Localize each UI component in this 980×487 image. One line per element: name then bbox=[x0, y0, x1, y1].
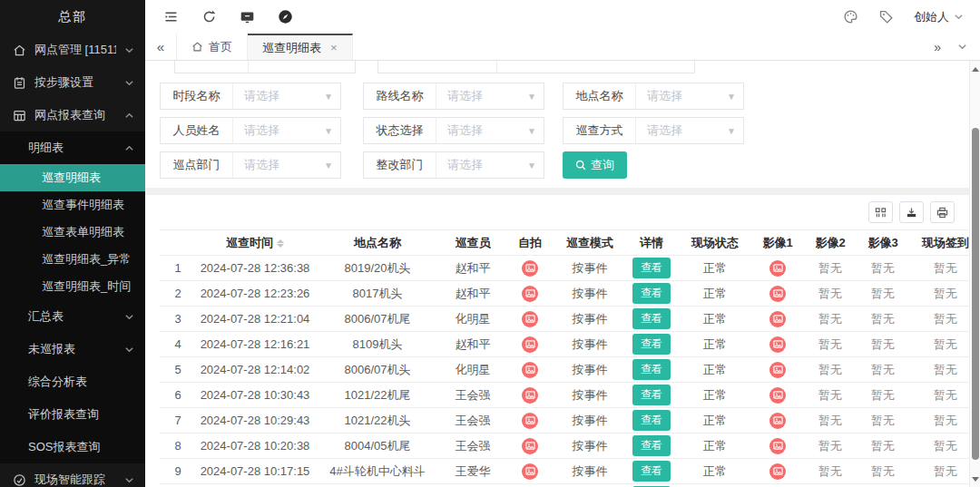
filter-route-name[interactable]: 路线名称 请选择▼ bbox=[363, 83, 544, 110]
cell-image3: 暂无 bbox=[857, 357, 909, 383]
tag-icon[interactable] bbox=[878, 9, 894, 24]
cell-mode: 按事件 bbox=[555, 484, 624, 487]
view-detail-button[interactable]: 查看 bbox=[632, 435, 671, 456]
cell-detail: 查看 bbox=[624, 357, 679, 383]
submenu-item[interactable]: 巡查表单明细表 bbox=[0, 219, 145, 246]
screen-share-icon[interactable] bbox=[240, 9, 255, 24]
submenu-item[interactable]: 巡查明细表 bbox=[0, 164, 145, 191]
table-header-cell[interactable]: 巡查时间 bbox=[196, 230, 314, 256]
image1-photo-badge[interactable] bbox=[769, 387, 786, 404]
view-detail-button[interactable]: 查看 bbox=[632, 410, 671, 431]
view-detail-button[interactable]: 查看 bbox=[632, 308, 671, 329]
selfie-photo-badge[interactable] bbox=[522, 286, 538, 302]
sidebar-item-report-query[interactable]: 网点报表查询 bbox=[0, 99, 145, 131]
cell-location: 8004/05机头 bbox=[314, 484, 441, 487]
submenu-item[interactable]: 巡查事件明细表 bbox=[0, 191, 145, 219]
photo-icon bbox=[773, 314, 783, 324]
export-icon bbox=[906, 207, 917, 219]
view-detail-button[interactable]: 查看 bbox=[632, 385, 671, 405]
cell-location: 8019/20机头 bbox=[314, 256, 441, 281]
image1-photo-badge[interactable] bbox=[769, 336, 786, 353]
filter-location-name[interactable]: 地点名称 请选择▼ bbox=[563, 83, 744, 110]
selfie-photo-badge[interactable] bbox=[522, 387, 538, 404]
sidebar-item-step-settings[interactable]: 按步骤设置 bbox=[0, 66, 145, 99]
selfie-photo-badge[interactable] bbox=[522, 311, 538, 327]
sidebar-item-evaluation-report-query[interactable]: 评价报表查询 bbox=[0, 398, 145, 431]
cell-index: 4 bbox=[160, 332, 196, 357]
scroll-up-icon[interactable] bbox=[970, 63, 980, 75]
cell-image1 bbox=[751, 281, 804, 307]
tabs-scroll-left-icon[interactable]: « bbox=[145, 34, 176, 60]
view-detail-button[interactable]: 查看 bbox=[632, 334, 671, 355]
cell-time: 2024-07-28 12:23:26 bbox=[196, 281, 314, 307]
view-detail-button[interactable]: 查看 bbox=[632, 461, 671, 482]
scroll-down-icon[interactable] bbox=[970, 472, 980, 485]
cell-status: 正常 bbox=[679, 433, 751, 459]
image1-photo-badge[interactable] bbox=[769, 413, 786, 429]
cell-index: 2 bbox=[160, 281, 196, 307]
sidebar-group-summary-tables[interactable]: 汇总表 bbox=[0, 300, 145, 333]
cell-mode: 按事件 bbox=[555, 357, 624, 383]
image1-photo-badge[interactable] bbox=[769, 463, 786, 480]
sidebar-group-detail-tables[interactable]: 明细表 bbox=[0, 131, 145, 164]
cell-time: 2024-07-28 10:30:43 bbox=[196, 383, 314, 408]
filter-row: 时段名称 请选择▼ 路线名称 请选择▼ 地点名称 请选择▼ bbox=[160, 83, 969, 110]
vertical-scrollbar[interactable] bbox=[969, 61, 980, 487]
table-header-cell: 巡查员 bbox=[441, 230, 505, 256]
theme-palette-icon[interactable] bbox=[843, 9, 858, 24]
submenu-item[interactable]: 巡查明细表_异常 bbox=[0, 246, 145, 273]
submenu-item[interactable]: 巡查明细表_时间 bbox=[0, 273, 145, 300]
filter-period-name[interactable]: 时段名称 请选择▼ bbox=[160, 83, 341, 110]
photo-icon bbox=[773, 339, 783, 349]
caret-down-icon: ▼ bbox=[527, 161, 536, 170]
view-detail-button[interactable]: 查看 bbox=[632, 258, 671, 278]
cell-location: 8006/07机尾 bbox=[314, 307, 441, 332]
sort-icon[interactable] bbox=[277, 239, 284, 248]
tab-options-chevron-icon[interactable] bbox=[957, 42, 967, 52]
selfie-photo-badge[interactable] bbox=[522, 413, 538, 429]
cell-detail: 查看 bbox=[624, 256, 679, 281]
column-settings-button[interactable] bbox=[868, 201, 893, 223]
view-detail-button[interactable]: 查看 bbox=[632, 283, 671, 304]
selfie-photo-badge[interactable] bbox=[522, 463, 538, 480]
image1-photo-badge[interactable] bbox=[769, 438, 786, 454]
sidebar-group-unpatrolled-reports[interactable]: 未巡报表 bbox=[0, 333, 145, 365]
tab-patrol-detail[interactable]: 巡查明细表 × bbox=[248, 34, 353, 60]
image1-photo-badge[interactable] bbox=[769, 311, 786, 327]
filter-point-department[interactable]: 巡点部门 请选择▼ bbox=[160, 151, 341, 179]
tabs-scroll-right-icon[interactable]: » bbox=[934, 40, 941, 54]
sidebar-item-smart-tracking[interactable]: 现场智能跟踪 bbox=[0, 463, 145, 487]
compass-icon[interactable] bbox=[278, 9, 293, 24]
search-button[interactable]: 查询 bbox=[563, 151, 627, 179]
filter-rectify-department[interactable]: 整改部门 请选择▼ bbox=[363, 151, 544, 179]
sidebar-item-site-management[interactable]: 网点管理 [1151120] bbox=[0, 34, 145, 66]
image1-photo-badge[interactable] bbox=[769, 260, 786, 277]
image1-photo-badge[interactable] bbox=[769, 362, 786, 378]
caret-down-icon: ▼ bbox=[324, 92, 333, 102]
sidebar-item-label: 按步骤设置 bbox=[34, 74, 116, 91]
filter-status-select[interactable]: 状态选择 请选择▼ bbox=[363, 117, 544, 144]
sidebar-item-sos-report-query[interactable]: SOS报表查询 bbox=[0, 431, 145, 463]
selfie-photo-badge[interactable] bbox=[522, 362, 538, 378]
print-button[interactable] bbox=[930, 201, 955, 223]
refresh-icon[interactable] bbox=[201, 9, 217, 24]
sidebar: 总部 网点管理 [1151120] 按步骤设置 网点报表查询 明细表 巡查明细表… bbox=[0, 0, 145, 487]
scrollbar-thumb[interactable] bbox=[972, 128, 979, 460]
selfie-photo-badge[interactable] bbox=[522, 336, 538, 353]
export-button[interactable] bbox=[899, 201, 924, 223]
sidebar-item-comprehensive-analysis[interactable]: 综合分析表 bbox=[0, 365, 145, 398]
table-header-cell: 影像2 bbox=[804, 230, 857, 256]
cell-detail: 查看 bbox=[624, 459, 679, 484]
filter-person-name[interactable]: 人员姓名 请选择▼ bbox=[160, 117, 341, 144]
selfie-photo-badge[interactable] bbox=[522, 438, 538, 454]
collapse-menu-icon[interactable] bbox=[163, 9, 179, 24]
cell-time: 2024-07-28 12:21:04 bbox=[196, 307, 314, 332]
tab-home[interactable]: 首页 bbox=[176, 34, 248, 60]
selfie-photo-badge[interactable] bbox=[522, 260, 538, 277]
view-detail-button[interactable]: 查看 bbox=[632, 359, 671, 380]
user-menu[interactable]: 创始人 bbox=[914, 9, 964, 25]
image1-photo-badge[interactable] bbox=[769, 286, 786, 302]
filter-patrol-mode[interactable]: 巡查方式 请选择▼ bbox=[563, 117, 744, 144]
cell-inspector: 王爱华 bbox=[441, 459, 505, 484]
close-tab-icon[interactable]: × bbox=[330, 41, 338, 54]
